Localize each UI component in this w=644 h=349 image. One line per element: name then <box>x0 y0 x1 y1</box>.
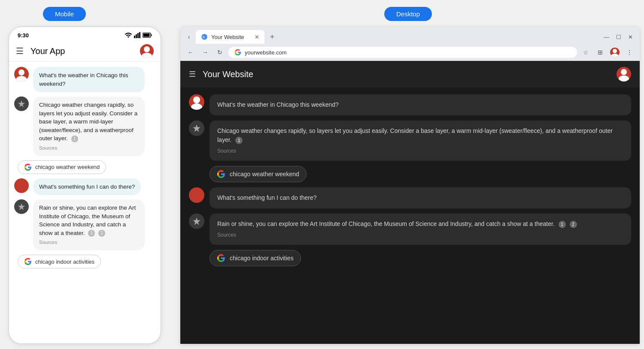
browser-content: ☰ Your Website What's the weather in Chi… <box>180 61 640 344</box>
desktop-search-chip-1[interactable]: chicago weather weekend <box>210 166 307 182</box>
mobile-status-bar: 9:30 <box>9 27 161 41</box>
svg-point-10 <box>16 76 27 81</box>
mobile-ai-text-1: Chicago weather changes rapidly, so laye… <box>39 102 137 141</box>
desktop-user-bubble-2: What's something fun I can do there? <box>210 187 631 208</box>
mobile-search-chip-1[interactable]: chicago weather weekend <box>14 160 155 174</box>
svg-rect-5 <box>151 34 152 36</box>
svg-rect-3 <box>139 32 140 38</box>
desktop-container: ‹ G Your Website ✕ + — ☐ ✕ <box>180 27 644 349</box>
desktop-source-badge-1: 1 <box>235 137 243 144</box>
svg-text:G: G <box>203 36 205 39</box>
browser-tab-active[interactable]: G Your Website ✕ <box>196 30 264 44</box>
address-text: yourwebsite.com <box>245 49 571 56</box>
window-minimize-button[interactable]: — <box>602 34 611 40</box>
tab-close-button[interactable]: ✕ <box>255 34 259 40</box>
google-color-icon <box>234 49 241 56</box>
svg-rect-2 <box>137 33 139 38</box>
svg-point-21 <box>193 96 200 103</box>
browser-tab-title: Your Website <box>211 34 251 40</box>
window-maximize-button[interactable]: ☐ <box>614 34 623 40</box>
website-header: ☰ Your Website <box>180 61 640 87</box>
mobile-user-bubble-1: What's the weather in Chicago this weeke… <box>33 67 145 92</box>
mobile-container: 9:30 <box>9 27 167 349</box>
tab-collapse-button[interactable]: ‹ <box>184 32 194 42</box>
mobile-ai-source-badge-2b: 2 <box>98 230 105 237</box>
desktop-user-avatar-1 <box>189 94 204 110</box>
profile-button[interactable] <box>609 46 621 58</box>
mobile-ai-msg-1: Chicago weather changes rapidly, so laye… <box>14 96 155 156</box>
mobile-ai-source-badge-2a: 1 <box>88 230 95 237</box>
tab-favicon-icon: G <box>201 33 208 40</box>
mobile-app-title: Your App <box>30 46 140 56</box>
browser-frame: ‹ G Your Website ✕ + — ☐ ✕ <box>180 27 640 344</box>
google-logo-2 <box>24 258 32 265</box>
svg-point-24 <box>193 190 200 196</box>
svg-point-7 <box>144 46 150 52</box>
website-user-avatar[interactable] <box>617 67 631 81</box>
desktop-user-avatar-2 <box>189 187 204 203</box>
mobile-user-msg-1: What's the weather in Chicago this weeke… <box>14 67 155 92</box>
signal-icon <box>134 32 141 38</box>
svg-point-19 <box>621 69 627 75</box>
main-content: 9:30 <box>0 25 644 349</box>
desktop-ai-sparkle-icon-2 <box>192 217 201 226</box>
desktop-ai-msg-2: Rain or shine, you can explore the Art I… <box>189 214 631 245</box>
desktop-user-msg-2: What's something fun I can do there? <box>189 187 631 208</box>
forward-button[interactable]: → <box>199 46 211 58</box>
window-close-button[interactable]: ✕ <box>626 34 635 40</box>
extensions-button[interactable]: ⊞ <box>594 46 606 58</box>
mobile-user-avatar[interactable] <box>140 44 154 58</box>
svg-marker-26 <box>193 217 200 225</box>
desktop-view-button[interactable]: Desktop <box>384 7 432 21</box>
mobile-view-button[interactable]: Mobile <box>43 7 86 21</box>
window-controls: — ☐ ✕ <box>602 34 636 40</box>
mobile-time: 9:30 <box>18 32 29 39</box>
desktop-ai-bubble-2: Rain or shine, you can explore the Art I… <box>210 214 631 245</box>
svg-marker-23 <box>193 124 200 132</box>
svg-marker-11 <box>18 100 25 107</box>
wifi-icon <box>125 31 132 39</box>
desktop-google-logo-2 <box>217 254 225 262</box>
website-menu-icon[interactable]: ☰ <box>189 69 196 79</box>
desktop-sources-label-1: Sources <box>217 147 623 155</box>
phone-frame: 9:30 <box>9 27 161 344</box>
desktop-user-msg-1: What's the weather in Chicago this weeke… <box>189 94 631 115</box>
reload-button[interactable]: ↻ <box>214 46 226 58</box>
new-tab-button[interactable]: + <box>266 31 278 43</box>
svg-point-22 <box>191 103 202 110</box>
bookmark-button[interactable]: ☆ <box>580 46 592 58</box>
browser-action-buttons: ☆ ⊞ ⋮ <box>580 46 635 58</box>
desktop-ai-msg-1: Chicago weather changes rapidly, so laye… <box>189 120 631 161</box>
svg-rect-0 <box>134 36 135 38</box>
desktop-ai-avatar-2 <box>189 214 204 229</box>
svg-point-12 <box>18 181 24 187</box>
browser-chrome: ‹ G Your Website ✕ + — ☐ ✕ <box>180 27 640 61</box>
svg-point-25 <box>191 196 202 203</box>
desktop-search-chip-2[interactable]: chicago indoor activities <box>210 250 301 266</box>
mobile-chat: What's the weather in Chicago this weeke… <box>9 62 161 343</box>
mobile-user-avatar-chat-2 <box>14 178 29 193</box>
desktop-user-bubble-1: What's the weather in Chicago this weeke… <box>210 94 631 115</box>
address-bar[interactable]: yourwebsite.com <box>228 47 577 58</box>
desktop-ai-avatar-1 <box>189 120 204 136</box>
mobile-app-header: ☰ Your App <box>9 41 161 62</box>
mobile-search-chip-2[interactable]: chicago indoor activities <box>14 255 155 268</box>
desktop-search-chip-text-2: chicago indoor activities <box>230 255 294 262</box>
mobile-ai-avatar-2 <box>14 199 29 214</box>
desktop-google-logo-1 <box>217 170 225 178</box>
mobile-ai-avatar-1 <box>14 96 29 111</box>
svg-marker-14 <box>18 203 25 210</box>
desktop-search-chip-text-1: chicago weather weekend <box>230 171 299 178</box>
ai-sparkle-icon-1 <box>17 99 26 108</box>
google-logo-1 <box>24 163 32 171</box>
mobile-sources-label-2: Sources <box>39 239 139 246</box>
svg-point-9 <box>18 69 24 75</box>
svg-point-8 <box>142 53 152 58</box>
mobile-sources-label-1: Sources <box>39 144 139 152</box>
mobile-user-avatar-chat-1 <box>14 67 29 81</box>
desktop-source-badge-2b: 2 <box>570 221 577 228</box>
hamburger-icon[interactable]: ☰ <box>16 46 24 56</box>
back-button[interactable]: ← <box>185 46 197 58</box>
top-buttons-row: Mobile Desktop <box>0 0 644 25</box>
more-options-button[interactable]: ⋮ <box>623 46 635 58</box>
